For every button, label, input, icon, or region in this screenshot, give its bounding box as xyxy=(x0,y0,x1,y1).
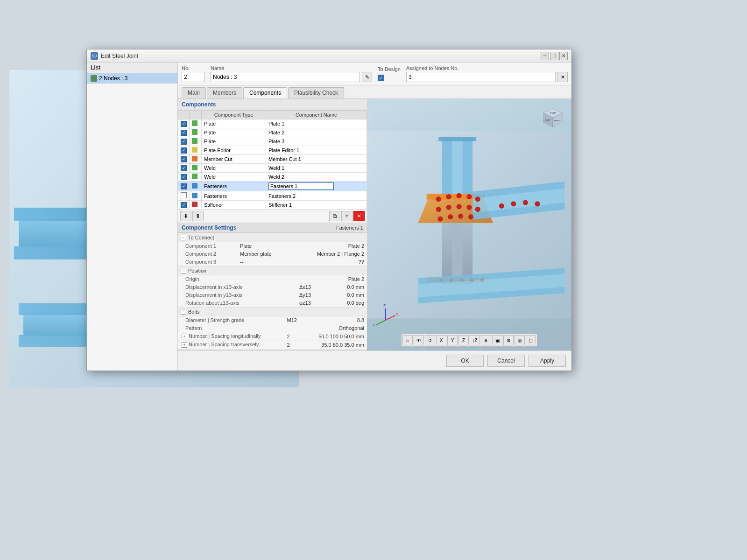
vp-btn-iz[interactable]: ↕Z xyxy=(470,335,480,345)
remove-component-button[interactable]: ⬆ xyxy=(192,211,204,221)
comp3-val1: -- xyxy=(237,258,290,266)
collapse-to-connect[interactable]: − xyxy=(181,235,186,240)
minimize-button[interactable]: ─ xyxy=(541,52,549,60)
comp-checkbox[interactable]: ✓ xyxy=(181,165,187,171)
comp3-label: Component 3 xyxy=(178,258,237,266)
comp-checkbox[interactable]: ✓ xyxy=(181,183,187,189)
table-row[interactable]: Fasteners Fasteners 2 xyxy=(178,191,367,201)
tab-plausibility[interactable]: Plausibility Check xyxy=(288,87,344,98)
svg-text:LEFT: LEFT xyxy=(545,119,550,122)
table-row[interactable]: ✓ Plate Plate 3 xyxy=(178,137,367,146)
tab-members[interactable]: Members xyxy=(207,87,242,98)
assigned-input[interactable] xyxy=(406,72,556,82)
collapse-position[interactable]: − xyxy=(181,268,186,273)
comp-type: Plate xyxy=(202,137,266,146)
view-cube[interactable]: TOP LEFT FRONT xyxy=(539,104,567,132)
comp-name-input[interactable] xyxy=(268,182,334,190)
edit-assigned-button[interactable]: ✕ xyxy=(557,72,568,82)
expand-num-trans[interactable]: + xyxy=(182,342,187,348)
vp-btn-view[interactable]: 👁 xyxy=(414,335,424,345)
settings-row: Component 1 Plate Plate 2 xyxy=(178,242,367,250)
collapse-bolts[interactable]: − xyxy=(181,309,186,315)
comp-checkbox[interactable] xyxy=(181,192,187,198)
settings-row: + Number | Spacing longitudinally 2 50.0… xyxy=(178,332,367,341)
comp-type: Weld xyxy=(202,164,266,173)
vp-btn-y[interactable]: Y xyxy=(447,335,458,345)
list-panel: List 2 Nodes : 3 xyxy=(87,63,178,371)
svg-text:Z: Z xyxy=(383,303,386,308)
table-row[interactable]: ✓ Plate Plate 2 xyxy=(178,128,367,137)
new-component-button[interactable]: + xyxy=(341,211,352,221)
maximize-button[interactable]: □ xyxy=(550,52,558,60)
svg-point-44 xyxy=(446,195,451,199)
vp-btn-x[interactable]: X xyxy=(436,335,446,345)
vp-btn-settings[interactable]: ⚙ xyxy=(503,335,514,345)
comp-checkbox[interactable]: ✓ xyxy=(181,121,187,127)
comp-name: Weld 2 xyxy=(266,173,367,182)
components-section-header: Components xyxy=(178,99,367,110)
svg-point-46 xyxy=(467,195,472,199)
table-row[interactable]: ✓ Weld Weld 2 xyxy=(178,173,367,182)
comp-checkbox[interactable]: ✓ xyxy=(181,156,187,162)
vp-btn-lines[interactable]: ≡ xyxy=(481,335,491,345)
table-row[interactable]: ✓ Plate Plate 1 xyxy=(178,119,367,128)
comp-checkbox[interactable]: ✓ xyxy=(181,147,187,154)
to-connect-table: Component 1 Plate Plate 2 Component 2 Me… xyxy=(178,242,367,266)
copy-component-button[interactable]: ⧉ xyxy=(329,211,340,221)
comp-type: Plate xyxy=(202,128,266,137)
color-indicator xyxy=(192,193,197,198)
expand-num-long[interactable]: + xyxy=(182,334,187,339)
comp-type: Fasteners xyxy=(202,191,266,201)
table-row[interactable]: ✓ Weld Weld 1 xyxy=(178,164,367,173)
table-row[interactable]: ✓ Plate Editor Plate Editor 1 xyxy=(178,146,367,155)
comp-settings-title: Component Settings xyxy=(182,224,236,231)
num-trans-label: Number | Spacing transversely xyxy=(189,342,259,347)
vp-btn-export[interactable]: ⬚ xyxy=(526,335,536,345)
name-input[interactable] xyxy=(211,72,360,82)
vp-btn-z[interactable]: Z xyxy=(458,335,469,345)
settings-row: Diameter | Strength grade M12 8.8 xyxy=(178,316,367,324)
no-field: No. xyxy=(182,65,205,82)
disp-x13-value: 0.0 mm xyxy=(327,283,367,291)
apply-button[interactable]: Apply xyxy=(529,355,566,367)
cancel-button[interactable]: Cancel xyxy=(487,355,525,367)
delete-component-button[interactable]: ✕ xyxy=(353,211,365,221)
settings-row: Component 3 -- ?? xyxy=(178,258,367,266)
no-input[interactable] xyxy=(182,72,205,82)
table-row[interactable]: ✓ Member Cut Member Cut 1 xyxy=(178,155,367,164)
dialog-titlebar: SJ Edit Steel Joint ─ □ ✕ xyxy=(87,49,571,63)
ok-button[interactable]: OK xyxy=(446,355,484,367)
edit-name-button[interactable]: ✎ xyxy=(362,72,372,82)
table-row[interactable]: ✓ Fasteners xyxy=(178,182,367,191)
vp-btn-home[interactable]: ⌂ xyxy=(402,335,413,345)
comp-checkbox[interactable]: ✓ xyxy=(181,139,187,145)
add-component-button[interactable]: ⬇ xyxy=(180,211,191,221)
to-design-checkbox[interactable]: ✓ xyxy=(378,75,384,81)
close-button[interactable]: ✕ xyxy=(559,52,568,60)
col-type-header: Component Type xyxy=(202,111,266,119)
tab-main[interactable]: Main xyxy=(182,87,206,98)
dialog-title: Edit Steel Joint xyxy=(101,53,138,59)
svg-point-50 xyxy=(457,204,461,209)
list-item[interactable]: 2 Nodes : 3 xyxy=(87,73,177,84)
table-toolbar: ⬇ ⬆ ⧉ + ✕ xyxy=(178,210,367,223)
vp-btn-rotate[interactable]: ↺ xyxy=(425,335,435,345)
comp-checkbox[interactable]: ✓ xyxy=(181,202,187,208)
svg-point-52 xyxy=(475,207,480,212)
settings-row: Component 2 Member plate Member 2 | Flan… xyxy=(178,250,367,258)
svg-line-83 xyxy=(376,320,386,325)
comp-checkbox[interactable]: ✓ xyxy=(181,174,187,180)
vp-btn-solid[interactable]: ▣ xyxy=(492,335,502,345)
vp-btn-center[interactable]: ◎ xyxy=(514,335,525,345)
svg-point-59 xyxy=(523,200,528,205)
comp-checkbox[interactable]: ✓ xyxy=(181,130,187,136)
main-content: Components Component Type Component Name xyxy=(178,99,571,350)
tab-components[interactable]: Components xyxy=(243,87,287,98)
comp-type: Plate xyxy=(202,119,266,128)
svg-line-79 xyxy=(386,315,395,320)
table-row[interactable]: ✓ Stiffener Stiffener 1 xyxy=(178,201,367,210)
color-indicator xyxy=(192,147,197,153)
dialog-icon: SJ xyxy=(91,52,98,60)
disp-x13-sym: Δx13 xyxy=(296,283,327,291)
position-table: Origin Plate 2 Displacement in x13-axis … xyxy=(178,275,367,307)
